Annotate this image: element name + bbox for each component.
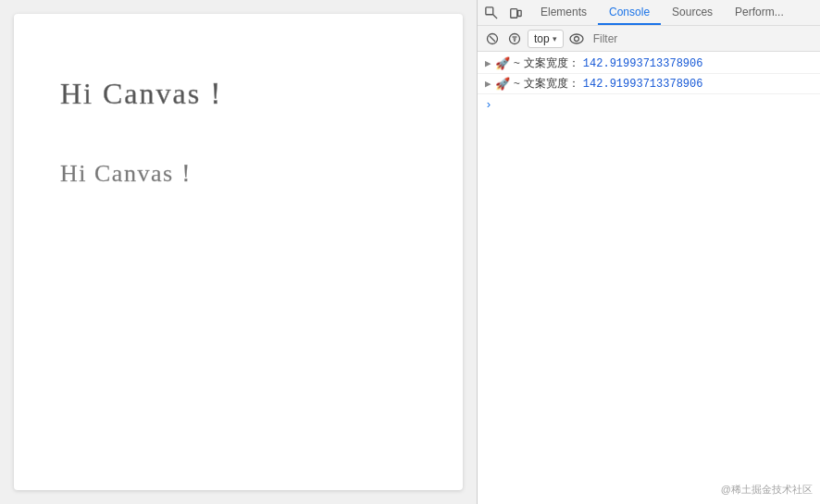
console-output: ▶ 🚀 ~ 文案宽度： 142.91993713378906 ▶ 🚀 ~ 文案宽… <box>478 52 820 504</box>
tab-console[interactable]: Console <box>598 0 661 25</box>
console-prompt-row[interactable]: › <box>478 94 820 116</box>
log-value-2: 142.91993713378906 <box>583 78 703 91</box>
chevron-down-icon: ▾ <box>553 34 557 43</box>
rocket-emoji-1: 🚀 <box>495 56 510 71</box>
canvas-text-2: Hi Canvas！ <box>60 157 199 190</box>
log-value-1: 142.91993713378906 <box>583 57 703 70</box>
filter-level-icon[interactable] <box>505 30 524 48</box>
console-log-row[interactable]: ▶ 🚀 ~ 文案宽度： 142.91993713378906 <box>478 54 820 74</box>
clear-console-icon[interactable] <box>483 30 502 48</box>
watermark: @稀土掘金技术社区 <box>721 483 813 497</box>
svg-rect-0 <box>486 6 493 14</box>
expand-arrow-icon[interactable]: ▶ <box>485 57 491 69</box>
console-log-row[interactable]: ▶ 🚀 ~ 文案宽度： 142.91993713378906 <box>478 74 820 94</box>
console-filter-input[interactable] <box>590 32 814 45</box>
rocket-emoji-2: 🚀 <box>495 77 510 92</box>
log-tilde-2: ~ <box>514 78 520 91</box>
console-toolbar: top ▾ <box>478 26 820 52</box>
devtools-tabs-bar: Elements Console Sources Perform... <box>478 0 820 26</box>
live-expression-icon[interactable] <box>567 30 586 48</box>
svg-point-10 <box>574 36 578 41</box>
devtools-tab-list: Elements Console Sources Perform... <box>529 0 795 25</box>
context-dropdown[interactable]: top ▾ <box>528 30 564 48</box>
prompt-arrow-icon: › <box>485 98 492 112</box>
expand-arrow-icon-2[interactable]: ▶ <box>485 78 491 90</box>
canvas-container: Hi Canvas！ Hi Canvas！ <box>14 14 463 490</box>
tab-elements[interactable]: Elements <box>529 0 598 25</box>
tab-sources[interactable]: Sources <box>661 0 724 25</box>
log-label-1: 文案宽度： <box>524 55 579 71</box>
device-toolbar-icon[interactable] <box>505 3 526 23</box>
canvas-panel: Hi Canvas！ Hi Canvas！ <box>0 0 477 504</box>
svg-rect-1 <box>511 8 517 18</box>
log-tilde-1: ~ <box>514 57 520 70</box>
tab-performance[interactable]: Perform... <box>724 0 795 25</box>
svg-point-9 <box>570 34 583 43</box>
inspect-icon[interactable] <box>481 3 502 23</box>
log-label-2: 文案宽度： <box>524 76 579 92</box>
context-dropdown-label: top <box>534 32 550 45</box>
svg-line-4 <box>490 36 495 42</box>
devtools-panel: Elements Console Sources Perform... <box>477 0 820 504</box>
canvas-text-1: Hi Canvas！ <box>60 74 232 115</box>
svg-rect-2 <box>518 10 522 16</box>
